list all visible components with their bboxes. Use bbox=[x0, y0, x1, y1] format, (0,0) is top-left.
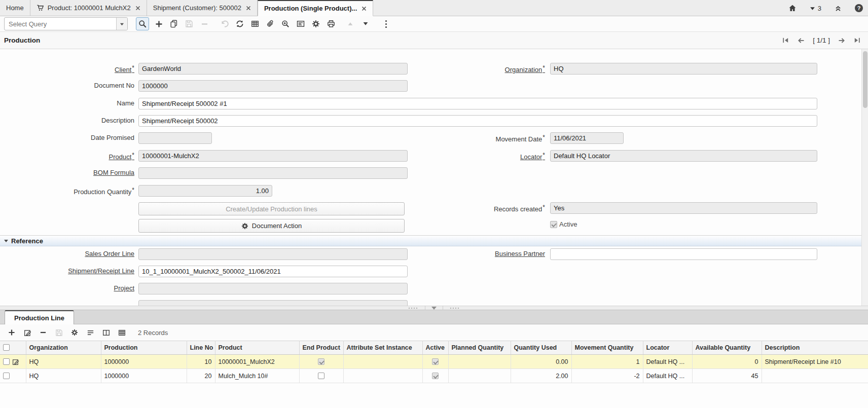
find-record-button[interactable] bbox=[136, 17, 149, 30]
description-field[interactable] bbox=[138, 115, 817, 127]
minus-icon bbox=[40, 329, 47, 336]
next-record-button[interactable] bbox=[359, 17, 372, 30]
active-checkbox[interactable] bbox=[432, 358, 439, 365]
previous-record-icon[interactable] bbox=[797, 36, 805, 45]
locator-label[interactable]: Locator bbox=[360, 152, 545, 160]
zoom-across-button[interactable] bbox=[279, 17, 292, 30]
delete-record-button[interactable] bbox=[198, 17, 211, 30]
splitter-collapse-icon[interactable] bbox=[425, 306, 443, 310]
document-action-button[interactable]: Document Action bbox=[138, 219, 405, 233]
splitter-drag-dots-icon[interactable] bbox=[443, 306, 466, 310]
business-partner-label[interactable]: Business Partner bbox=[360, 250, 545, 258]
tab-shipment[interactable]: Shipment (Customer): 500002 bbox=[147, 0, 258, 16]
attachment-button[interactable] bbox=[264, 17, 277, 30]
end-product-checkbox[interactable] bbox=[318, 373, 324, 379]
last-record-icon[interactable] bbox=[853, 36, 861, 44]
detail-edit-button[interactable] bbox=[22, 327, 33, 338]
collapse-header-icon[interactable] bbox=[835, 5, 842, 12]
select-query-input[interactable] bbox=[5, 18, 116, 30]
col-production[interactable]: Production bbox=[101, 341, 187, 355]
close-icon[interactable] bbox=[135, 6, 140, 11]
cell-attribute-set-instance bbox=[343, 355, 422, 369]
reference-group-header[interactable]: Reference bbox=[0, 235, 868, 246]
previous-record-button[interactable] bbox=[344, 17, 357, 30]
detail-toggle-split-button[interactable] bbox=[100, 327, 112, 338]
name-field[interactable] bbox=[138, 98, 817, 109]
search-icon bbox=[138, 20, 147, 28]
bom-formula-label[interactable]: BOM Formula bbox=[0, 169, 134, 177]
active-checkbox[interactable] bbox=[432, 373, 439, 379]
print-button[interactable] bbox=[324, 17, 338, 30]
col-organization[interactable]: Organization bbox=[26, 341, 101, 355]
plus-icon bbox=[155, 20, 163, 28]
plus-icon bbox=[8, 329, 15, 336]
cell-locator: Default HQ ... bbox=[643, 369, 692, 383]
organization-label[interactable]: Organization bbox=[360, 64, 545, 73]
tab-product[interactable]: Product: 10000001 MulchX2 bbox=[30, 0, 147, 16]
combo-dropdown-button[interactable] bbox=[116, 18, 127, 30]
report-button[interactable] bbox=[294, 17, 307, 30]
detail-toggle-grid-button[interactable] bbox=[116, 327, 127, 338]
col-active[interactable]: Active bbox=[422, 341, 448, 355]
triangle-up-icon bbox=[347, 21, 353, 27]
close-icon[interactable] bbox=[246, 6, 251, 11]
tab-production-line[interactable]: Production Line bbox=[5, 310, 74, 324]
tab-home[interactable]: Home bbox=[0, 0, 30, 16]
shipment-receipt-line-field[interactable] bbox=[138, 266, 408, 277]
table-row[interactable]: HQ 1000000 10 10000001_MulchX2 0.00 1 De… bbox=[0, 355, 868, 369]
tab-home-label: Home bbox=[6, 4, 24, 12]
product-label[interactable]: Product bbox=[0, 152, 134, 160]
splitter-drag-dots-icon[interactable] bbox=[402, 306, 425, 310]
active-checkbox[interactable] bbox=[550, 221, 557, 228]
toggle-grid-button[interactable] bbox=[248, 17, 262, 30]
kebab-menu-icon bbox=[385, 20, 387, 28]
document-no-field bbox=[138, 80, 408, 92]
collapse-triangle-icon bbox=[4, 240, 8, 242]
sales-order-line-label[interactable]: Sales Order Line bbox=[0, 250, 134, 258]
business-partner-field[interactable] bbox=[550, 248, 817, 260]
select-query-combobox[interactable] bbox=[4, 17, 128, 30]
row-edit-icon[interactable] bbox=[12, 358, 19, 365]
detail-toggle-form-button[interactable] bbox=[85, 327, 96, 338]
detail-save-button[interactable] bbox=[53, 327, 64, 338]
col-locator[interactable]: Locator bbox=[643, 341, 692, 355]
client-label[interactable]: Client bbox=[0, 64, 134, 73]
project-label[interactable]: Project bbox=[0, 284, 134, 293]
col-product[interactable]: Product bbox=[215, 341, 299, 355]
process-button[interactable] bbox=[309, 17, 322, 30]
copy-record-button[interactable] bbox=[167, 17, 180, 30]
save-button[interactable] bbox=[183, 17, 196, 30]
col-quantity-used[interactable]: Quantity Used bbox=[511, 341, 571, 355]
detail-new-button[interactable] bbox=[6, 327, 17, 338]
col-available-quantity[interactable]: Available Quantity bbox=[692, 341, 762, 355]
tab-production[interactable]: Production (Single Product)... bbox=[258, 0, 373, 16]
next-record-icon[interactable] bbox=[838, 36, 846, 45]
row-select-checkbox[interactable] bbox=[3, 358, 10, 365]
end-product-checkbox[interactable] bbox=[318, 358, 324, 365]
more-actions-button[interactable] bbox=[379, 17, 392, 30]
new-record-button[interactable] bbox=[152, 17, 165, 30]
detail-process-button[interactable] bbox=[69, 327, 80, 338]
pane-splitter[interactable] bbox=[0, 306, 868, 310]
grid-icon bbox=[118, 329, 126, 337]
notifications-menu[interactable]: 3 bbox=[810, 5, 821, 12]
col-attribute-set-instance[interactable]: Attribute Set Instance bbox=[343, 341, 422, 355]
close-icon[interactable] bbox=[361, 6, 367, 11]
form-scrollbar[interactable] bbox=[861, 49, 868, 306]
shipment-receipt-line-label[interactable]: Shipment/Receipt Line bbox=[0, 267, 134, 276]
select-all-checkbox[interactable] bbox=[3, 344, 10, 351]
detail-delete-button[interactable] bbox=[38, 327, 49, 338]
col-description[interactable]: Description bbox=[762, 341, 868, 355]
refresh-button[interactable] bbox=[233, 17, 246, 30]
col-end-product[interactable]: End Product bbox=[299, 341, 343, 355]
first-record-icon[interactable] bbox=[782, 36, 789, 44]
col-movement-quantity[interactable]: Movement Quantity bbox=[571, 341, 643, 355]
undo-button[interactable] bbox=[218, 17, 231, 30]
row-select-checkbox[interactable] bbox=[3, 373, 10, 379]
table-row[interactable]: HQ 1000000 20 Mulch_Mulch 10# 2.00 -2 De… bbox=[0, 369, 868, 383]
home-icon[interactable] bbox=[788, 4, 797, 12]
col-planned-quantity[interactable]: Planned Quantity bbox=[448, 341, 511, 355]
help-icon[interactable]: ? bbox=[855, 4, 863, 12]
form-scrollbar-thumb[interactable] bbox=[863, 51, 867, 108]
col-line-no[interactable]: Line No bbox=[187, 341, 215, 355]
